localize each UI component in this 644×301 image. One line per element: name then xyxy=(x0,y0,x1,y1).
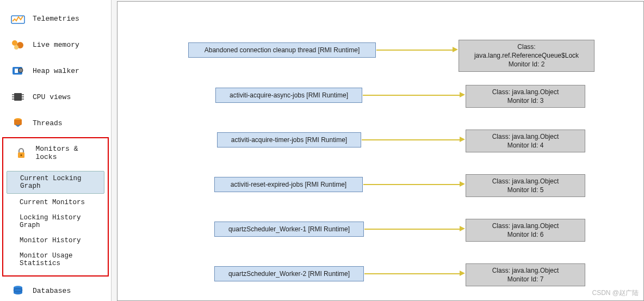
class-label: Class: java.lang.Object xyxy=(472,88,579,96)
monitor-id-label: Monitor Id: 5 xyxy=(472,186,579,194)
subitem-monitor-history[interactable]: Monitor History xyxy=(3,233,108,248)
arrow-head-icon xyxy=(460,226,465,231)
class-label: Class: java.lang.Object xyxy=(472,132,579,141)
sidebar-item-label: CPU views xyxy=(33,93,71,101)
cpuviews-icon xyxy=(10,90,26,103)
monitor-id-label: Monitor Id: 6 xyxy=(472,230,579,239)
subitem-current-monitors[interactable]: Current Monitors xyxy=(3,195,108,210)
arrow-head-icon xyxy=(460,92,465,97)
thread-node[interactable]: activiti-acquire-timer-jobs [RMI Runtime… xyxy=(217,132,361,148)
subitem-locking-history-graph[interactable]: Locking History Graph xyxy=(3,210,108,233)
class-label: Class: java.lang.Object xyxy=(472,266,579,275)
subitem-current-locking-graph[interactable]: Current Locking Graph xyxy=(7,171,104,194)
subitem-monitor-usage-stats[interactable]: Monitor Usage Statistics xyxy=(3,248,108,271)
svg-point-3 xyxy=(14,45,18,50)
lock-icon xyxy=(13,146,29,159)
monitor-id-label: Monitor Id: 3 xyxy=(472,96,579,105)
arrow xyxy=(364,229,460,230)
sidebar: Telemetries Live memory Heap walker CPU … xyxy=(0,0,112,301)
sidebar-item-label: Threads xyxy=(33,119,63,127)
class-node[interactable]: Class: java.lang.ref.ReferenceQueue$Lock… xyxy=(459,40,595,72)
arrow xyxy=(362,139,460,140)
arrow xyxy=(363,184,460,185)
sidebar-item-cpuviews[interactable]: CPU views xyxy=(0,84,111,110)
arrow xyxy=(363,95,460,96)
thread-node[interactable]: quartzScheduler_Worker-1 [RMI Runtime] xyxy=(214,222,364,237)
sidebar-item-label: Telemetries xyxy=(33,15,79,23)
monitor-id-label: Monitor Id: 7 xyxy=(472,275,579,284)
monitor-id-label: Monitor Id: 4 xyxy=(472,141,579,150)
arrow-head-icon xyxy=(453,47,458,52)
threads-icon xyxy=(10,116,26,130)
monitors-sublist: Current Locking Graph Current Monitors L… xyxy=(3,168,108,275)
sidebar-item-livememory[interactable]: Live memory xyxy=(0,32,111,58)
sidebar-item-monitors-locks[interactable]: Monitors & locks xyxy=(3,138,108,168)
class-label: Class: java.lang.Object xyxy=(472,222,579,230)
svg-point-5 xyxy=(18,68,23,72)
thread-node[interactable]: activiti-reset-expired-jobs [RMI Runtime… xyxy=(214,177,363,192)
sidebar-item-label: Databases xyxy=(33,287,71,295)
sidebar-item-label: Live memory xyxy=(33,41,79,49)
arrow xyxy=(364,273,460,274)
sidebar-item-label: Monitors & locks xyxy=(35,145,102,161)
class-node[interactable]: Class: java.lang.Object Monitor Id: 7 xyxy=(466,263,585,286)
sidebar-item-threads[interactable]: Threads xyxy=(0,110,111,136)
locking-graph-canvas[interactable]: Abandoned connection cleanup thread [RMI… xyxy=(117,1,644,301)
thread-node[interactable]: activiti-acquire-async-jobs [RMI Runtime… xyxy=(215,88,362,103)
svg-rect-7 xyxy=(14,93,22,101)
class-node[interactable]: Class: java.lang.Object Monitor Id: 3 xyxy=(466,85,585,108)
class-label: Class: java.lang.ref.ReferenceQueue$Lock xyxy=(465,42,589,60)
class-node[interactable]: Class: java.lang.Object Monitor Id: 5 xyxy=(466,174,585,197)
sidebar-item-heapwalker[interactable]: Heap walker xyxy=(0,58,111,84)
databases-icon xyxy=(10,284,26,297)
telemetries-icon xyxy=(10,12,26,25)
class-node[interactable]: Class: java.lang.Object Monitor Id: 4 xyxy=(466,130,585,152)
class-label: Class: java.lang.Object xyxy=(472,177,579,186)
sidebar-item-label: Heap walker xyxy=(33,67,79,75)
sidebar-item-telemetries[interactable]: Telemetries xyxy=(0,5,111,32)
svg-rect-6 xyxy=(15,69,18,73)
sidebar-item-databases[interactable]: Databases xyxy=(0,278,111,301)
class-node[interactable]: Class: java.lang.Object Monitor Id: 6 xyxy=(466,219,585,242)
thread-node[interactable]: quartzScheduler_Worker-2 [RMI Runtime] xyxy=(214,266,364,281)
arrow-head-icon xyxy=(460,137,465,142)
arrow xyxy=(376,50,453,51)
svg-point-1 xyxy=(12,40,17,46)
svg-point-16 xyxy=(20,155,22,156)
watermark: CSDN @赵广陆 xyxy=(592,288,639,298)
thread-node[interactable]: Abandoned connection cleanup thread [RMI… xyxy=(188,42,376,58)
monitor-id-label: Monitor Id: 2 xyxy=(465,60,589,69)
livememory-icon xyxy=(10,38,26,51)
monitors-locks-group: Monitors & locks Current Locking Graph C… xyxy=(2,137,109,277)
arrow-head-icon xyxy=(460,181,465,187)
heapwalker-icon xyxy=(10,64,26,77)
arrow-head-icon xyxy=(460,271,465,276)
